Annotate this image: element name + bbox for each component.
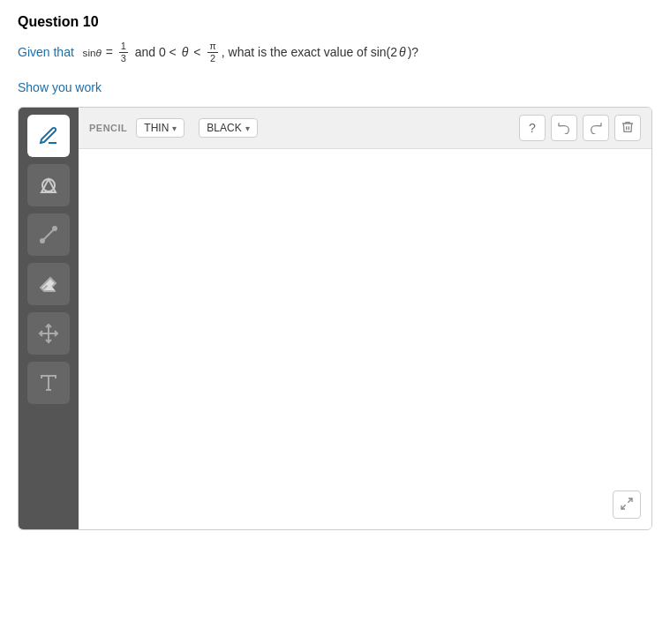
question-text: Given that sinθ = 13 and 0 < θ < π2, wha… — [18, 41, 652, 64]
given-that-label: Given that — [18, 45, 74, 59]
question-title: Question 10 — [18, 14, 652, 30]
line-tool-button[interactable] — [27, 213, 70, 256]
color-chevron-icon: ▾ — [245, 124, 250, 133]
canvas-area: PENCIL THIN ▾ BLACK ▾ ? — [79, 108, 651, 529]
show-work-link[interactable]: Show you work — [18, 80, 652, 94]
color-select[interactable]: BLACK ▾ — [199, 118, 257, 138]
delete-button[interactable] — [614, 115, 641, 141]
undo-button[interactable] — [551, 115, 577, 141]
svg-line-3 — [42, 228, 55, 241]
expand-icon — [620, 497, 634, 513]
shape-tool-button[interactable] — [27, 164, 70, 206]
svg-line-6 — [628, 498, 632, 503]
drawing-container: PENCIL THIN ▾ BLACK ▾ ? — [18, 107, 652, 530]
redo-button[interactable] — [583, 115, 609, 141]
thickness-select[interactable]: THIN ▾ — [136, 118, 184, 138]
pencil-label: PENCIL — [89, 123, 127, 133]
help-button[interactable]: ? — [519, 115, 546, 141]
redo-icon — [589, 120, 603, 137]
sin-theta: sinθ — [83, 43, 102, 62]
trash-icon — [621, 120, 635, 137]
pencil-tool-button[interactable] — [27, 115, 70, 157]
svg-line-7 — [621, 505, 626, 509]
tool-sidebar — [19, 108, 79, 529]
color-value: BLACK — [207, 122, 241, 134]
drawing-canvas[interactable] — [79, 149, 651, 529]
thickness-chevron-icon: ▾ — [172, 124, 177, 133]
thickness-value: THIN — [144, 122, 169, 134]
help-icon: ? — [529, 121, 536, 135]
expand-button[interactable] — [613, 490, 641, 519]
undo-icon — [557, 120, 571, 137]
math-expression: sinθ = 13 and 0 < θ < π2, what is the ex… — [78, 41, 418, 64]
eraser-tool-button[interactable] — [27, 263, 70, 305]
top-toolbar: PENCIL THIN ▾ BLACK ▾ ? — [79, 108, 651, 149]
move-tool-button[interactable] — [27, 312, 70, 355]
text-tool-button[interactable] — [27, 362, 70, 404]
